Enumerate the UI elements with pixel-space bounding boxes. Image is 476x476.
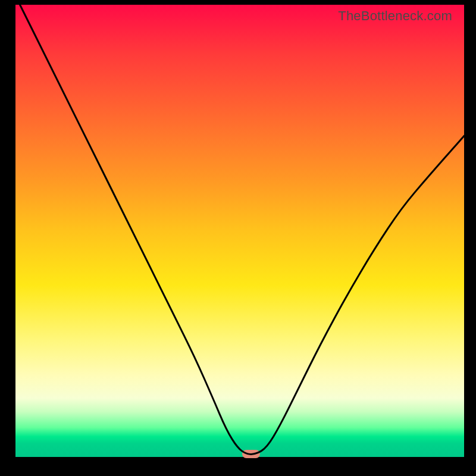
plot-area: TheBottleneck.com [15, 5, 464, 457]
watermark-text: TheBottleneck.com [338, 8, 452, 24]
chart-frame: TheBottleneck.com [0, 0, 476, 476]
curve-path [20, 5, 464, 454]
bottleneck-curve [15, 5, 464, 457]
